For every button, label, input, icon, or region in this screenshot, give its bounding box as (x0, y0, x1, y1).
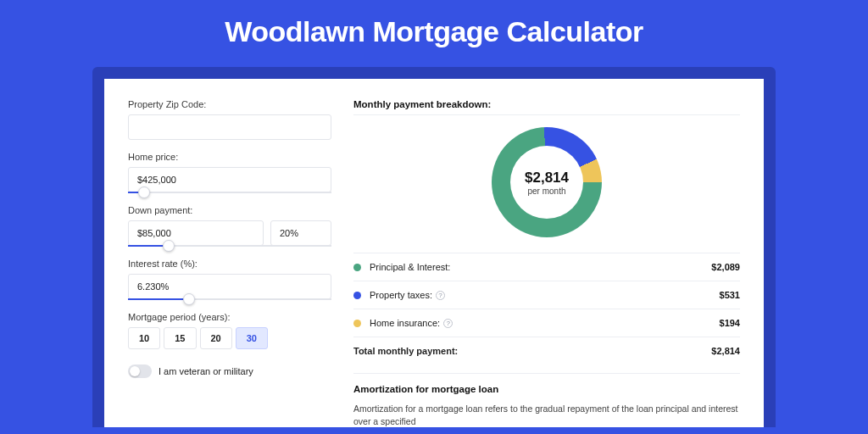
legend-total-label: Total monthly payment: (353, 346, 711, 356)
legend-dot-icon (353, 320, 361, 327)
slider-handle[interactable] (138, 186, 150, 198)
legend: Principal & Interest:$2,089Property taxe… (353, 253, 740, 337)
legend-label: Principal & Interest: (370, 262, 711, 272)
legend-value: $194 (720, 318, 740, 328)
home-price-row: Home price: (128, 152, 331, 193)
calculator-card: Property Zip Code: Home price: Down paym… (104, 79, 764, 427)
legend-label: Property taxes:? (370, 290, 720, 300)
info-icon[interactable]: ? (443, 319, 453, 328)
zip-row: Property Zip Code: (128, 99, 331, 140)
donut-chart: $2,814 per month (492, 127, 602, 237)
period-button-10[interactable]: 10 (128, 327, 160, 349)
donut-center: $2,814 per month (510, 146, 583, 219)
amortization-heading: Amortization for mortgage loan (353, 373, 740, 399)
breakdown-heading: Monthly payment breakdown: (353, 99, 740, 115)
period-label: Mortgage period (years): (128, 312, 331, 322)
interest-row: Interest rate (%): (128, 259, 331, 300)
toggle-knob (130, 366, 140, 376)
legend-total-value: $2,814 (711, 346, 740, 356)
slider-handle[interactable] (163, 240, 175, 252)
card-shadow: Property Zip Code: Home price: Down paym… (92, 67, 776, 427)
zip-input[interactable] (128, 114, 331, 140)
interest-label: Interest rate (%): (128, 259, 331, 269)
interest-input[interactable] (128, 274, 331, 299)
down-payment-label: Down payment: (128, 205, 331, 215)
legend-dot-icon (353, 264, 361, 271)
legend-value: $531 (720, 290, 740, 300)
legend-row-tax: Property taxes:?$531 (353, 281, 740, 309)
home-price-slider[interactable] (128, 192, 331, 193)
period-row: Mortgage period (years): 10152030 (128, 312, 331, 349)
input-column: Property Zip Code: Home price: Down paym… (128, 99, 331, 427)
veteran-label: I am veteran or military (159, 366, 253, 376)
home-price-input[interactable] (128, 167, 331, 192)
page-title: Woodlawn Mortgage Calculator (0, 0, 868, 67)
breakdown-column: Monthly payment breakdown: $2,814 per mo… (353, 99, 740, 427)
period-button-group: 10152030 (128, 327, 331, 349)
legend-label: Home insurance:? (370, 318, 720, 328)
down-payment-slider[interactable] (128, 245, 331, 247)
down-payment-amount-input[interactable] (128, 220, 264, 246)
donut-chart-wrap: $2,814 per month (353, 115, 740, 253)
down-payment-row: Down payment: (128, 205, 331, 247)
legend-row-pi: Principal & Interest:$2,089 (353, 253, 740, 281)
period-button-15[interactable]: 15 (164, 327, 196, 349)
down-payment-pct-input[interactable] (270, 220, 331, 246)
veteran-row: I am veteran or military (128, 364, 331, 378)
interest-slider[interactable] (128, 298, 331, 300)
legend-value: $2,089 (711, 262, 740, 272)
veteran-toggle[interactable] (128, 364, 152, 378)
legend-row-ins: Home insurance:?$194 (353, 309, 740, 337)
period-button-30[interactable]: 30 (236, 327, 268, 349)
donut-center-sub: per month (527, 186, 565, 196)
info-icon[interactable]: ? (436, 291, 445, 300)
legend-dot-icon (353, 292, 361, 299)
slider-handle[interactable] (183, 293, 195, 305)
home-price-label: Home price: (128, 152, 331, 162)
period-button-20[interactable]: 20 (200, 327, 232, 349)
zip-label: Property Zip Code: (128, 99, 331, 109)
amortization-text: Amortization for a mortgage loan refers … (353, 399, 740, 427)
legend-total-row: Total monthly payment: $2,814 (353, 337, 740, 368)
donut-center-value: $2,814 (525, 170, 569, 186)
